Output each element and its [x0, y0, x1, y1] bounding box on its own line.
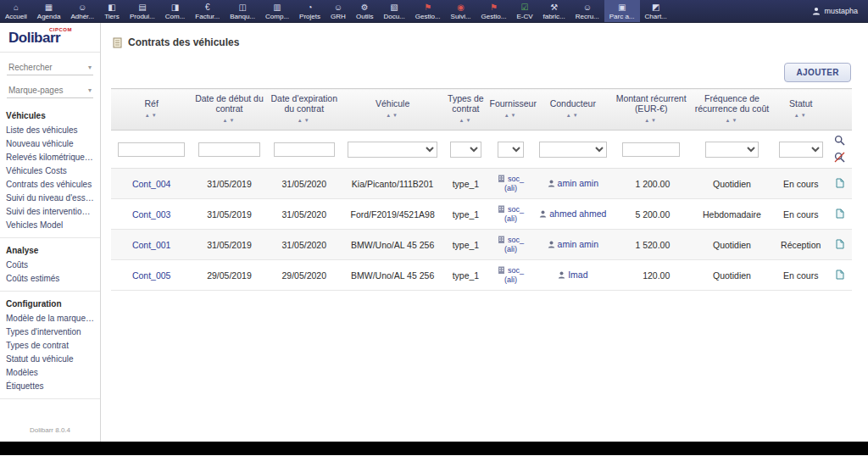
sort-arrows[interactable]: ▲▼ [489, 110, 531, 120]
sort-arrows[interactable]: ▲▼ [269, 115, 340, 125]
document-icon[interactable] [836, 271, 844, 281]
sidebar-item-types-contrat[interactable]: Types de contrat [0, 338, 100, 352]
col-ref-label[interactable]: Réf [113, 98, 190, 108]
sidebar-item-releves-kilometrique[interactable]: Relevés kilométrique des v... [0, 150, 100, 164]
bookmarks-panel[interactable]: Marque-pages ▾ [7, 83, 93, 98]
topbar-tab-ecv[interactable]: ☑E-CV [511, 0, 537, 22]
contract-ref-link[interactable]: Cont_005 [132, 270, 171, 281]
sort-arrows[interactable]: ▲▼ [193, 115, 264, 125]
contract-ref-link[interactable]: Cont_001 [132, 240, 171, 250]
topbar-tab-fabrication[interactable]: ⚒fabric... [538, 0, 570, 22]
topbar-tab-outils[interactable]: ⚙Outils [351, 0, 378, 22]
filter-date-expiration-input[interactable] [274, 142, 335, 157]
sidebar-item-vehicles-model[interactable]: Vehicles Model [0, 218, 100, 231]
manufacturing-icon: ⚒ [550, 3, 558, 12]
user-menu[interactable]: mustapha [802, 0, 868, 22]
filter-conducteur-select[interactable] [539, 142, 606, 158]
sidebar-item-couts[interactable]: Coûts [0, 258, 100, 271]
col-vehicule-label[interactable]: Véhicule [343, 98, 442, 108]
col-date-debut-label[interactable]: Date de début du contrat [193, 93, 264, 114]
filter-fournisseur-select[interactable] [498, 142, 525, 158]
filter-ref-input[interactable] [118, 142, 185, 157]
document-icon[interactable] [836, 180, 844, 190]
col-frequence-label[interactable]: Fréquence de récurrence du coût [692, 93, 771, 114]
document-icon[interactable] [836, 241, 844, 251]
topbar-tab-accueil[interactable]: ⌂Accueil [0, 0, 32, 22]
topbar-tab-grh[interactable]: ☺GRH [326, 0, 351, 22]
commercial-icon: ◨ [171, 3, 179, 12]
col-fournisseur-label[interactable]: Fournisseur [489, 98, 531, 108]
supplier-link[interactable]: soc_(ali) [490, 205, 531, 223]
col-type-contrat-label[interactable]: Types de contrat [445, 93, 486, 114]
filter-type-contrat-select[interactable] [450, 142, 481, 158]
col-conducteur-label[interactable]: Conducteur [536, 98, 610, 108]
date-end-cell: 31/05/2020 [267, 230, 342, 260]
driver-link[interactable]: Imad [568, 270, 587, 280]
col-date-expiration-label[interactable]: Date d'expiration du contrat [269, 93, 340, 114]
col-montant-label[interactable]: Montant récurrent (EUR-€) [614, 93, 688, 114]
sidebar-item-contrats-vehicules[interactable]: Contrats des véhicules [0, 177, 100, 191]
search-icon[interactable] [834, 135, 845, 146]
sort-arrows[interactable]: ▲▼ [536, 110, 610, 120]
filter-statut-select[interactable] [779, 142, 823, 158]
contract-ref-link[interactable]: Cont_003 [132, 209, 171, 220]
sidebar-item-vehicules-costs[interactable]: Véhicules Costs [0, 164, 100, 177]
add-button[interactable]: AJOUTER [784, 63, 851, 82]
menu-section-configuration: Configuration Modèle de la marque du vé.… [0, 297, 100, 399]
topbar-tab-gestion-1[interactable]: ⚑Gestio... [410, 0, 446, 22]
supplier-link[interactable]: soc_(ali) [490, 175, 531, 192]
sidebar-item-modele-marque[interactable]: Modèle de la marque du vé... [0, 311, 100, 325]
sort-arrows[interactable]: ▲▼ [113, 110, 190, 120]
sidebar-item-suivi-essence[interactable]: Suivi du niveau d'essence [0, 191, 100, 204]
topbar-tab-tiers[interactable]: ◧Tiers [99, 0, 125, 22]
dolibarr-logo[interactable]: CIPCOM Dolibarr [0, 23, 100, 53]
topbar-tab-commerce[interactable]: ◨Com... [160, 0, 191, 22]
search-panel[interactable]: Rechercher ▾ [7, 60, 93, 75]
supplier-link[interactable]: soc_(ali) [490, 266, 531, 284]
sort-arrows[interactable]: ▲▼ [445, 115, 486, 125]
sidebar-item-suivi-interventions[interactable]: Suivi des interventions sur l... [0, 204, 100, 218]
hrm-icon: ☺ [334, 3, 342, 12]
driver-link[interactable]: ahmed ahmed [549, 209, 606, 219]
topbar-tab-adherents[interactable]: ☺Adhér... [65, 0, 99, 22]
topbar-tab-produits[interactable]: ▤Produi... [125, 0, 160, 22]
vehicle-cell: BMW/Uno/AL 45 256 [342, 230, 443, 260]
members-icon: ☺ [78, 3, 86, 12]
topbar-tab-facturation[interactable]: €Factur... [190, 0, 225, 22]
topbar-tab-recrutement[interactable]: ☺Recru... [570, 0, 604, 22]
topbar-tab-banques[interactable]: ◫Banqu... [225, 0, 260, 22]
driver-link[interactable]: amin amin [558, 178, 598, 188]
sort-arrows[interactable]: ▲▼ [776, 110, 826, 120]
supplier-link[interactable]: soc_(ali) [490, 236, 531, 253]
sidebar-item-modeles[interactable]: Modèles [0, 365, 100, 379]
sidebar-item-couts-estimes[interactable]: Coûts estimés [0, 271, 100, 285]
frequency-cell: Quotidien [690, 230, 773, 260]
topbar-tab-gestion-2[interactable]: ⚑Gestio... [476, 0, 512, 22]
clear-filter-icon[interactable] [834, 152, 845, 163]
col-statut-label[interactable]: Statut [776, 98, 826, 108]
sidebar-item-nouveau-vehicule[interactable]: Nouveau véhicule [0, 136, 100, 150]
topbar-tab-comptabilite[interactable]: ▥Comp... [260, 0, 294, 22]
topbar-tab-parc-auto[interactable]: ▣Parc a... [604, 0, 640, 22]
topbar-tab-charts[interactable]: ◩Chart... [640, 0, 672, 22]
sidebar-item-statut-vehicule[interactable]: Statut du véhicule [0, 352, 100, 365]
sort-arrows[interactable]: ▲▼ [343, 110, 442, 120]
document-icon[interactable] [836, 210, 844, 220]
sidebar-item-liste-vehicules[interactable]: Liste des véhicules [0, 123, 100, 136]
sidebar-item-etiquettes[interactable]: Étiquettes [0, 379, 100, 392]
sort-arrows[interactable]: ▲▼ [614, 115, 688, 125]
table-row: Cont_005 29/05/2019 29/05/2020 BMW/Uno/A… [111, 260, 852, 291]
filter-date-debut-input[interactable] [198, 142, 259, 157]
topbar-tab-projets[interactable]: ◔Projets [294, 0, 326, 22]
sidebar-item-types-intervention[interactable]: Types d'intervention [0, 325, 100, 338]
filter-frequence-select[interactable] [705, 142, 759, 158]
date-start-cell: 31/05/2019 [192, 199, 266, 230]
contract-ref-link[interactable]: Cont_004 [132, 179, 171, 189]
topbar-tab-suivi[interactable]: ◉Suivi... [446, 0, 476, 22]
topbar-tab-agenda[interactable]: ▦Agenda [32, 0, 66, 22]
topbar-tab-documents[interactable]: ▧Docu... [378, 0, 409, 22]
sort-arrows[interactable]: ▲▼ [692, 115, 771, 125]
filter-montant-input[interactable] [622, 142, 679, 157]
filter-vehicule-select[interactable] [348, 142, 437, 158]
driver-link[interactable]: amin amin [558, 239, 598, 249]
